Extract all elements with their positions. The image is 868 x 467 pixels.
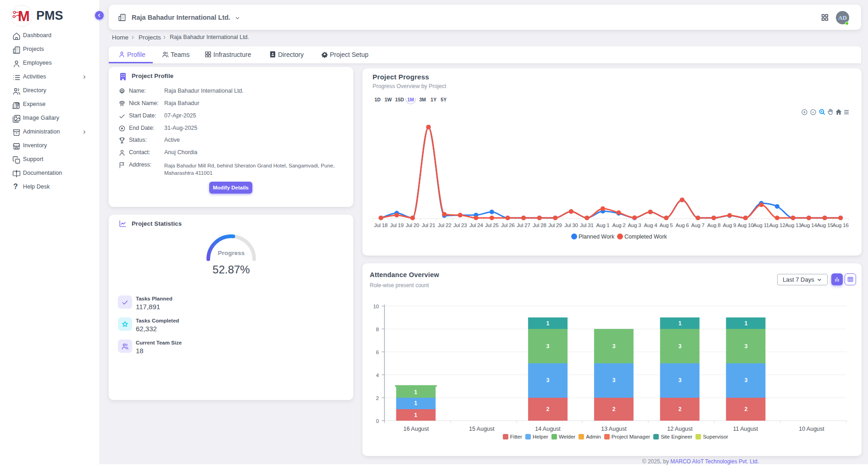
svg-text:M: M <box>18 8 29 24</box>
